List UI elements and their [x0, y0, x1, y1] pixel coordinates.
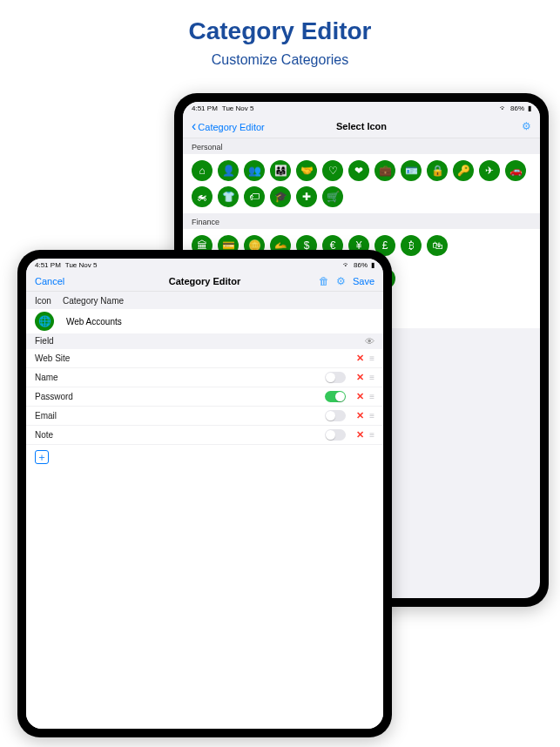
status-date: Tue Nov 5: [222, 104, 254, 112]
plane-icon[interactable]: ✈: [479, 160, 500, 181]
field-row: Name✕≡: [26, 368, 383, 387]
heart2-icon[interactable]: ❤: [348, 160, 369, 181]
field-name[interactable]: Note: [35, 430, 325, 440]
eye-icon[interactable]: 👁: [365, 336, 374, 347]
category-name-input[interactable]: [63, 314, 167, 329]
plus-icon[interactable]: ✚: [296, 186, 317, 207]
drag-handle-icon[interactable]: ≡: [369, 353, 374, 363]
gear-icon[interactable]: ⚙︎: [336, 275, 346, 287]
page-title: Category Editor: [0, 17, 560, 45]
drag-handle-icon[interactable]: ≡: [369, 430, 374, 440]
status-time: 4:51 PM: [35, 261, 61, 269]
graduation-icon[interactable]: 🎓: [270, 186, 291, 207]
user-icon[interactable]: 👤: [218, 160, 239, 181]
key-icon[interactable]: 🔑: [453, 160, 474, 181]
field-row: Note✕≡: [26, 426, 383, 445]
secure-toggle[interactable]: [325, 372, 346, 383]
secure-toggle[interactable]: [325, 410, 346, 421]
drag-handle-icon[interactable]: ≡: [369, 373, 374, 382]
battery-icon: ▮: [528, 104, 531, 112]
users-icon[interactable]: 👥: [244, 160, 265, 181]
motorcycle-icon[interactable]: 🏍: [192, 186, 213, 207]
lock-icon[interactable]: 🔒: [427, 160, 448, 181]
column-headers: Icon Category Name: [26, 292, 383, 309]
wifi-icon: ᯤ: [500, 104, 507, 112]
save-button[interactable]: Save: [353, 276, 374, 286]
field-header: Field 👁: [26, 333, 383, 349]
wifi-icon: ᯤ: [343, 261, 350, 269]
field-row: Password✕≡: [26, 387, 383, 407]
id-icon[interactable]: 🪪: [401, 160, 422, 181]
status-date: Tue Nov 5: [65, 261, 98, 269]
ipad-category-editor: 4:51 PM Tue Nov 5 ᯤ 86% ▮ Cancel Categor…: [17, 250, 392, 737]
section-header: Personal: [183, 138, 540, 154]
navbar: Category Editor Select Icon ⚙︎: [183, 115, 540, 138]
home-icon[interactable]: ⌂: [192, 160, 213, 181]
field-name[interactable]: Web Site: [35, 353, 325, 363]
secure-toggle[interactable]: [325, 429, 346, 441]
field-row: Email✕≡: [26, 407, 383, 426]
icon-grid: ⌂👤👥👨‍👩‍👧🤝♡❤💼🪪🔒🔑✈🚗🏍👕🏷🎓✚🛒: [183, 154, 540, 213]
drag-handle-icon[interactable]: ≡: [369, 411, 374, 421]
gear-icon[interactable]: ⚙︎: [522, 120, 531, 132]
category-icon[interactable]: 🌐: [35, 312, 54, 331]
delete-field-button[interactable]: ✕: [356, 353, 364, 364]
bitcoin-icon[interactable]: ₿: [401, 235, 422, 256]
category-name-header: Category Name: [63, 296, 124, 306]
heart-icon[interactable]: ♡: [322, 160, 343, 181]
section-header: Finance: [183, 213, 540, 229]
trash-icon[interactable]: 🗑: [319, 275, 329, 287]
secure-toggle[interactable]: [325, 391, 346, 402]
field-label: Field: [35, 336, 54, 347]
cart-icon[interactable]: 🛒: [322, 186, 343, 207]
family-icon[interactable]: 👨‍👩‍👧: [270, 160, 291, 181]
back-button[interactable]: Category Editor: [192, 118, 265, 134]
delete-field-button[interactable]: ✕: [356, 391, 364, 402]
status-bar: 4:51 PM Tue Nov 5 ᯤ 86% ▮: [183, 102, 540, 115]
delete-field-button[interactable]: ✕: [356, 372, 364, 383]
briefcase-icon[interactable]: 💼: [374, 160, 395, 181]
field-name[interactable]: Email: [35, 411, 325, 421]
field-name[interactable]: Password: [35, 392, 325, 401]
car-icon[interactable]: 🚗: [505, 160, 526, 181]
battery-label: 86%: [354, 261, 368, 269]
page-subtitle: Customize Categories: [0, 52, 560, 68]
battery-label: 86%: [510, 104, 524, 112]
nav-title: Select Icon: [270, 121, 453, 131]
field-row: Web Site✕≡: [26, 349, 383, 368]
cancel-button[interactable]: Cancel: [35, 276, 64, 286]
status-bar: 4:51 PM Tue Nov 5 ᯤ 86% ▮: [26, 259, 383, 272]
add-field-button[interactable]: ＋: [35, 450, 49, 464]
tag-icon[interactable]: 🏷: [244, 186, 265, 207]
drag-handle-icon[interactable]: ≡: [369, 392, 374, 401]
status-time: 4:51 PM: [192, 104, 218, 112]
battery-icon: ▮: [371, 261, 374, 269]
shirt-icon[interactable]: 👕: [218, 186, 239, 207]
nav-title: Category Editor: [113, 276, 296, 286]
delete-field-button[interactable]: ✕: [356, 410, 364, 421]
field-name[interactable]: Name: [35, 373, 325, 382]
shop-icon[interactable]: 🛍: [427, 235, 448, 256]
hands-icon[interactable]: 🤝: [296, 160, 317, 181]
navbar: Cancel Category Editor 🗑 ⚙︎ Save: [26, 272, 383, 292]
delete-field-button[interactable]: ✕: [356, 429, 364, 441]
icon-header: Icon: [35, 296, 63, 306]
